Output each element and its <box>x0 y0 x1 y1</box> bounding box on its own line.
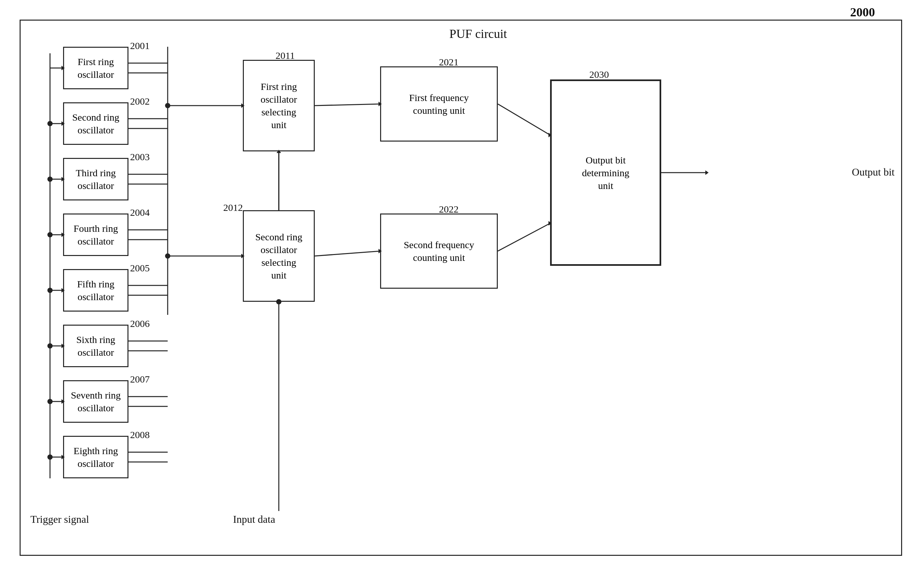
osc1-box: First ringoscillator <box>63 47 128 89</box>
ref-2006: 2006 <box>130 318 150 329</box>
ref-2008: 2008 <box>130 429 150 440</box>
ref-2005: 2005 <box>130 262 150 274</box>
svg-point-7 <box>48 176 53 182</box>
ref-2022: 2022 <box>439 204 459 215</box>
sel1-box: First ringoscillatorselectingunit <box>243 60 315 152</box>
trigger-signal-label: Trigger signal <box>30 513 89 526</box>
svg-point-45 <box>165 254 170 259</box>
ref-2021: 2021 <box>439 56 459 68</box>
osc7-box: Seventh ringoscillator <box>63 380 128 423</box>
ref-2012: 2012 <box>223 202 243 213</box>
osc2-box: Second ringoscillator <box>63 102 128 145</box>
ref-2004: 2004 <box>130 207 150 218</box>
circuit-title: PUF circuit <box>449 26 507 41</box>
svg-marker-56 <box>705 170 709 175</box>
svg-line-49 <box>315 251 380 256</box>
freq1-box: First frequencycounting unit <box>380 66 498 142</box>
osc6-box: Sixth ringoscillator <box>63 325 128 367</box>
svg-point-22 <box>48 455 53 460</box>
osc5-box: Fifth ringoscillator <box>63 269 128 311</box>
svg-point-4 <box>48 121 53 126</box>
svg-line-47 <box>315 104 380 105</box>
output-bit-label: Output bit <box>852 166 894 178</box>
svg-point-42 <box>165 103 170 108</box>
ref-2011: 2011 <box>276 50 295 61</box>
svg-point-13 <box>48 288 53 293</box>
ref-2030: 2030 <box>589 69 609 80</box>
osc8-box: Eighth ringoscillator <box>63 436 128 478</box>
svg-line-51 <box>498 104 550 135</box>
diagram-number: 2000 <box>850 5 875 19</box>
svg-point-16 <box>48 343 53 349</box>
svg-point-10 <box>48 232 53 237</box>
sel2-box: Second ringoscillatorselectingunit <box>243 210 315 302</box>
svg-line-53 <box>498 223 550 251</box>
ref-2003: 2003 <box>130 152 150 163</box>
svg-point-19 <box>48 399 53 404</box>
outer-container: 2000 PUF circuit First ringoscillator Se… <box>20 20 902 556</box>
ref-2001: 2001 <box>130 40 150 51</box>
osc3-box: Third ringoscillator <box>63 158 128 200</box>
freq2-box: Second frequencycounting unit <box>380 214 498 289</box>
osc4-box: Fourth ringoscillator <box>63 214 128 256</box>
output-box: Output bitdeterminingunit <box>550 79 661 266</box>
ref-2007: 2007 <box>130 374 150 385</box>
ref-2002: 2002 <box>130 96 150 107</box>
input-data-label: Input data <box>233 513 275 526</box>
